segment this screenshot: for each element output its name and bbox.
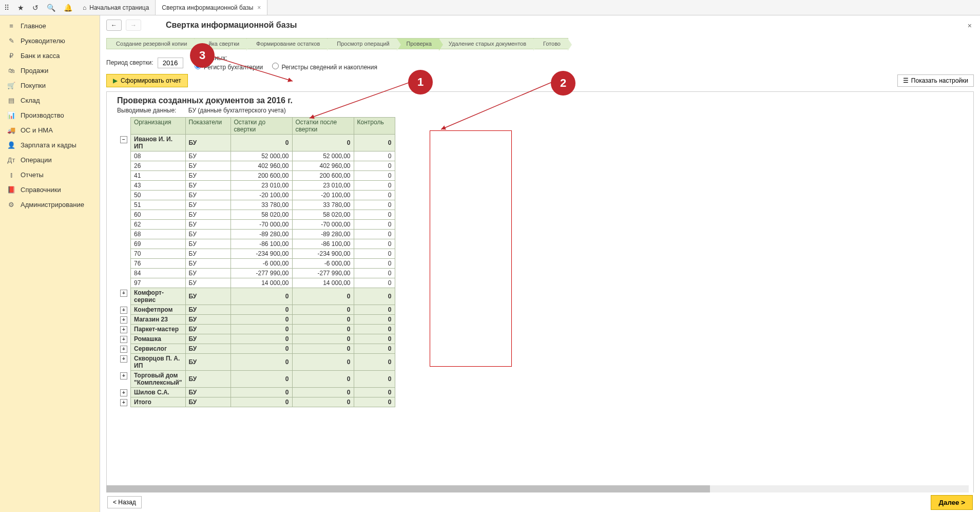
table-row[interactable]: 43БУ23 010,0023 010,000 — [117, 181, 395, 191]
sidebar-item[interactable]: 👤Зарплата и кадры — [0, 138, 100, 153]
sidebar-label: Банк и касса — [21, 52, 60, 60]
table-group-row[interactable]: +СервислогБУ000 — [117, 344, 395, 354]
sidebar-label: Операции — [21, 156, 52, 164]
th-org: Организация — [131, 118, 186, 135]
table-row[interactable]: 50БУ-20 100,00-20 100,000 — [117, 191, 395, 200]
horizontal-scrollbar[interactable] — [106, 485, 969, 492]
sidebar-item[interactable]: ✎Руководителю — [0, 33, 100, 48]
table-row[interactable]: 69БУ-86 100,00-86 100,000 — [117, 239, 395, 249]
content-area: × ← → Свертка информационной базы Создан… — [100, 15, 980, 512]
table-row[interactable]: 62БУ-70 000,00-70 000,000 — [117, 220, 395, 230]
table-group-row[interactable]: +РомашкаБУ000 — [117, 334, 395, 344]
sidebar-label: Справочники — [21, 186, 61, 194]
close-icon[interactable]: × — [257, 4, 261, 11]
tab-label: Начальная страница — [89, 4, 149, 11]
sidebar-icon: ⚙ — [7, 201, 15, 208]
bell-icon[interactable]: 🔔 — [64, 4, 72, 12]
sidebar-label: ОС и НМА — [21, 126, 53, 134]
sidebar-label: Отчеты — [21, 171, 44, 179]
th-after: Остатки после свертки — [292, 118, 354, 135]
expand-icon[interactable]: + — [120, 346, 127, 353]
expand-icon[interactable]: + — [120, 316, 127, 324]
sidebar-icon: ✎ — [7, 37, 15, 45]
window-tab[interactable]: Свертка информационной базы× — [156, 0, 267, 15]
callout-2: 2 — [551, 71, 575, 96]
show-settings-button[interactable]: ☰Показать настройки — [897, 74, 974, 87]
table-group-row[interactable]: +КонфетпромБУ000 — [117, 305, 395, 315]
expand-icon[interactable]: + — [120, 307, 127, 314]
wizard-step[interactable]: Проверка — [397, 38, 439, 49]
expand-icon[interactable]: + — [120, 336, 127, 343]
sidebar-item[interactable]: 🛍Продажи — [0, 63, 100, 78]
generate-report-button[interactable]: ▶Сформировать отчет — [106, 74, 188, 87]
table-group-row[interactable]: +Шилов С.А.БУ000 — [117, 388, 395, 397]
play-icon: ▶ — [113, 77, 118, 84]
expand-icon[interactable]: + — [120, 290, 127, 297]
sidebar-item[interactable]: ▤Склад — [0, 93, 100, 108]
tab-label: Свертка информационной базы — [162, 4, 253, 11]
radio-registers[interactable]: Регистры сведений и накопления — [272, 63, 377, 71]
sidebar-icon: 📊 — [7, 111, 15, 119]
sidebar-label: Производство — [21, 111, 64, 119]
type-label: Тип данных: — [193, 54, 377, 62]
table-group-row[interactable]: +Скворцов П. А. ИПБУ000 — [117, 354, 395, 371]
sidebar-icon: ₽ — [7, 52, 15, 60]
table-group-row[interactable]: +Паркет-мастерБУ000 — [117, 325, 395, 334]
table-row[interactable]: 08БУ52 000,0052 000,000 — [117, 151, 395, 161]
expand-icon[interactable]: + — [120, 355, 127, 363]
table-row[interactable]: 51БУ33 780,0033 780,000 — [117, 200, 395, 210]
wizard-step[interactable]: Формирование остатков — [246, 38, 328, 49]
next-button[interactable]: Далее > — [931, 495, 973, 510]
window-tab[interactable]: ⌂Начальная страница — [76, 0, 156, 15]
sidebar-item[interactable]: 📕Справочники — [0, 182, 100, 197]
sidebar-item[interactable]: ≡Главное — [0, 18, 100, 33]
sidebar-item[interactable]: 📊Производство — [0, 108, 100, 123]
back-button[interactable]: < Назад — [107, 496, 142, 508]
back-nav-button[interactable]: ← — [106, 20, 122, 31]
th-ctrl: Контроль — [354, 118, 395, 135]
sidebar-item[interactable]: ДтОперации — [0, 153, 100, 167]
sidebar-item[interactable]: ⫿Отчеты — [0, 167, 100, 182]
table-group-row[interactable]: +Торговый дом "Комплексный"БУ000 — [117, 371, 395, 388]
table-row[interactable]: 70БУ-234 900,00-234 900,000 — [117, 249, 395, 259]
close-icon[interactable]: × — [968, 22, 972, 30]
history-icon[interactable]: ↺ — [32, 4, 39, 12]
wizard-step[interactable]: Удаление старых документов — [439, 38, 534, 49]
table-group-row[interactable]: +ИтогоБУ000 — [117, 397, 395, 407]
expand-icon[interactable]: + — [120, 399, 127, 406]
table-row[interactable]: 26БУ402 960,00402 960,000 — [117, 161, 395, 171]
sidebar-label: Зарплата и кадры — [21, 141, 76, 149]
forward-nav-button[interactable]: → — [126, 20, 141, 31]
table-row[interactable]: 84БУ-277 990,00-277 990,000 — [117, 269, 395, 278]
report-title: Проверка созданных документов за 2016 г. — [117, 96, 963, 105]
period-input[interactable] — [158, 58, 183, 68]
wizard-steps: Создание резервной копии...йка сверткиФо… — [106, 38, 974, 49]
sidebar-item[interactable]: 🚚ОС и НМА — [0, 123, 100, 138]
sidebar-item[interactable]: ⚙Администрирование — [0, 197, 100, 212]
table-group-row[interactable]: +Комфорт-сервисБУ000 — [117, 288, 395, 305]
sidebar-item[interactable]: 🛒Покупки — [0, 78, 100, 93]
page-title: Свертка информационной базы — [166, 21, 297, 30]
search-icon[interactable]: 🔍 — [47, 4, 55, 12]
wizard-step[interactable]: Создание резервной копии — [106, 38, 195, 49]
table-row[interactable]: 97БУ14 000,0014 000,000 — [117, 278, 395, 288]
apps-icon[interactable]: ⠿ — [4, 4, 9, 12]
home-icon: ⌂ — [83, 4, 86, 11]
expand-icon[interactable]: + — [120, 372, 127, 380]
wizard-step[interactable]: Готово — [533, 38, 568, 49]
sidebar-label: Покупки — [21, 82, 46, 89]
table-row[interactable]: 41БУ200 600,00200 600,000 — [117, 171, 395, 181]
expand-icon[interactable]: + — [120, 389, 127, 396]
table-row[interactable]: 60БУ58 020,0058 020,000 — [117, 210, 395, 220]
sidebar-icon: 🛒 — [7, 82, 15, 89]
table-group-row[interactable]: +Магазин 23БУ000 — [117, 315, 395, 325]
report-area: Проверка созданных документов за 2016 г.… — [106, 91, 974, 512]
collapse-icon[interactable]: − — [120, 136, 127, 143]
table-row[interactable]: 68БУ-89 280,00-89 280,000 — [117, 230, 395, 239]
table-row[interactable]: 76БУ-6 000,00-6 000,000 — [117, 259, 395, 269]
expand-icon[interactable]: + — [120, 326, 127, 333]
table-group-row[interactable]: −Иванов И. И. ИПБУ000 — [117, 135, 395, 151]
sidebar-item[interactable]: ₽Банк и касса — [0, 48, 100, 63]
star-icon[interactable]: ★ — [17, 4, 24, 12]
wizard-step[interactable]: Просмотр операций — [327, 38, 397, 49]
